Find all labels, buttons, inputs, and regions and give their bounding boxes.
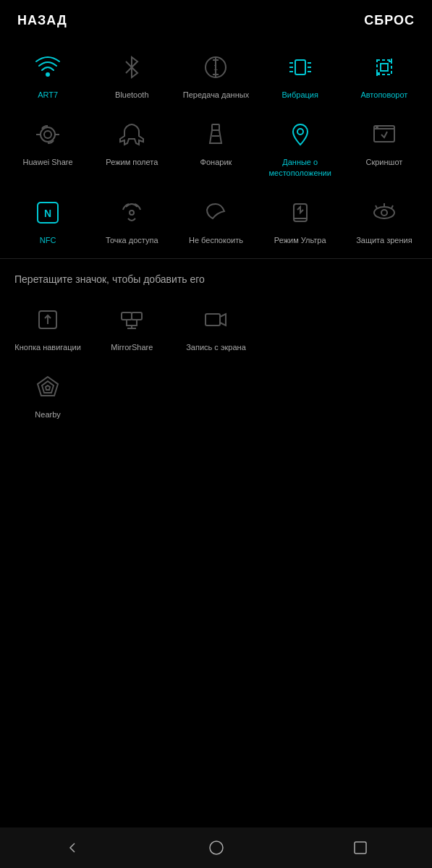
tile-eyeprotect-label: Защита зрения [356, 235, 412, 245]
svg-point-20 [297, 129, 303, 135]
svg-rect-37 [132, 312, 142, 320]
svg-point-26 [130, 210, 134, 215]
eyeprotect-icon [365, 194, 403, 231]
recents-nav-button[interactable] [346, 833, 375, 862]
wifi-icon [29, 48, 67, 86]
vibration-icon [281, 48, 319, 86]
svg-line-31 [376, 205, 377, 208]
svg-text:N: N [44, 208, 51, 219]
bottom-nav [0, 827, 432, 868]
nfc-icon: N [29, 194, 67, 231]
available-tiles-grid: Кнопка навигации MirrorShare Запись с эк… [0, 295, 432, 355]
screenrecord-icon [197, 301, 234, 339]
svg-marker-42 [42, 381, 54, 393]
tile-dnd-label: Не беспокоить [189, 235, 243, 245]
tile-bluetooth[interactable]: Bluetooth [90, 43, 174, 103]
huawei-share-icon [29, 116, 67, 153]
tile-ultra-label: Режим Ультра [274, 235, 326, 245]
active-tiles-grid: ART7 Bluetooth 1 Передача д [0, 43, 432, 248]
tile-wifi-label: ART7 [38, 90, 58, 100]
ultra-icon [281, 194, 319, 231]
tile-hotspot-label: Точка доступа [106, 235, 158, 245]
tile-flashlight[interactable]: Фонарик [174, 110, 258, 181]
svg-point-13 [41, 127, 55, 142]
tile-huawei-share-label: Huawei Share [23, 157, 73, 167]
svg-point-0 [46, 73, 49, 76]
tile-airplane-label: Режим полета [106, 157, 158, 167]
svg-rect-45 [355, 842, 366, 854]
svg-point-44 [210, 841, 223, 854]
mirrorshare-icon [113, 301, 151, 339]
tile-screenrecord-label: Запись с экрана [186, 342, 246, 352]
dnd-icon [197, 194, 234, 231]
tile-huawei-share[interactable]: Huawei Share [6, 110, 90, 181]
tile-screenshot[interactable]: Скриншот [342, 110, 426, 181]
section-divider [0, 258, 432, 259]
tile-vibration-label: Вибрация [281, 90, 318, 100]
back-button[interactable]: НАЗАД [17, 13, 67, 28]
drag-hint: Перетащите значок, чтобы добавить его [0, 266, 432, 295]
tile-wifi[interactable]: ART7 [6, 43, 90, 103]
header: НАЗАД СБРОС [0, 0, 432, 35]
tile-dnd[interactable]: Не беспокоить [174, 188, 258, 248]
reset-button[interactable]: СБРОС [364, 13, 415, 28]
tile-nearby[interactable]: Nearby [6, 362, 90, 422]
svg-point-23 [376, 127, 378, 128]
tile-bluetooth-label: Bluetooth [115, 90, 148, 100]
svg-point-29 [374, 207, 394, 218]
bluetooth-icon [113, 48, 151, 86]
tile-data-transfer[interactable]: 1 Передача данных [174, 43, 258, 103]
tile-nfc[interactable]: N NFC [6, 188, 90, 248]
tile-location[interactable]: Данные о местоположении [258, 110, 342, 181]
svg-point-14 [44, 131, 51, 138]
flashlight-icon [197, 116, 234, 153]
svg-rect-40 [206, 314, 220, 326]
tile-autorotate-label: Автоповорот [360, 90, 407, 100]
svg-text:1: 1 [213, 63, 218, 72]
svg-marker-43 [46, 386, 50, 390]
svg-rect-36 [122, 312, 132, 320]
home-nav-button[interactable] [202, 833, 231, 862]
active-tiles-section: ART7 Bluetooth 1 Передача д [0, 35, 432, 248]
hotspot-icon [113, 194, 151, 231]
screenshot-icon [365, 116, 403, 153]
tile-flashlight-label: Фонарик [200, 157, 232, 167]
navbutton-icon [29, 301, 67, 339]
tile-autorotate[interactable]: Автоповорот [342, 43, 426, 103]
tile-navbutton-label: Кнопка навигации [14, 342, 80, 352]
airplane-icon [113, 116, 151, 153]
tile-mirrorshare-label: MirrorShare [111, 342, 153, 352]
svg-point-30 [381, 210, 387, 216]
tile-location-label: Данные о местоположении [261, 157, 339, 178]
autorotate-icon [365, 48, 403, 86]
tile-navbutton[interactable]: Кнопка навигации [6, 295, 90, 355]
tile-airplane[interactable]: Режим полета [90, 110, 174, 181]
tile-empty-2 [342, 295, 426, 355]
data-transfer-icon: 1 [197, 48, 234, 86]
tile-mirrorshare[interactable]: MirrorShare [90, 295, 174, 355]
tile-data-label: Передача данных [183, 90, 249, 100]
tile-vibration[interactable]: Вибрация [258, 43, 342, 103]
available-tiles-grid-2: Nearby [0, 362, 432, 422]
tile-nearby-label: Nearby [35, 409, 60, 420]
tile-screenrecord[interactable]: Запись с экрана [174, 295, 258, 355]
tile-empty-1 [258, 295, 342, 355]
svg-line-32 [391, 205, 393, 208]
tile-eyeprotect[interactable]: Защита зрения [342, 188, 426, 248]
tile-ultra[interactable]: Режим Ультра [258, 188, 342, 248]
tile-hotspot[interactable]: Точка доступа [90, 188, 174, 248]
back-nav-button[interactable] [58, 833, 87, 862]
tile-nfc-label: NFC [40, 235, 56, 245]
nearby-icon [29, 368, 67, 406]
svg-rect-6 [295, 60, 305, 75]
tile-screenshot-label: Скриншот [365, 157, 402, 167]
location-icon [281, 116, 319, 153]
svg-rect-17 [212, 124, 219, 130]
